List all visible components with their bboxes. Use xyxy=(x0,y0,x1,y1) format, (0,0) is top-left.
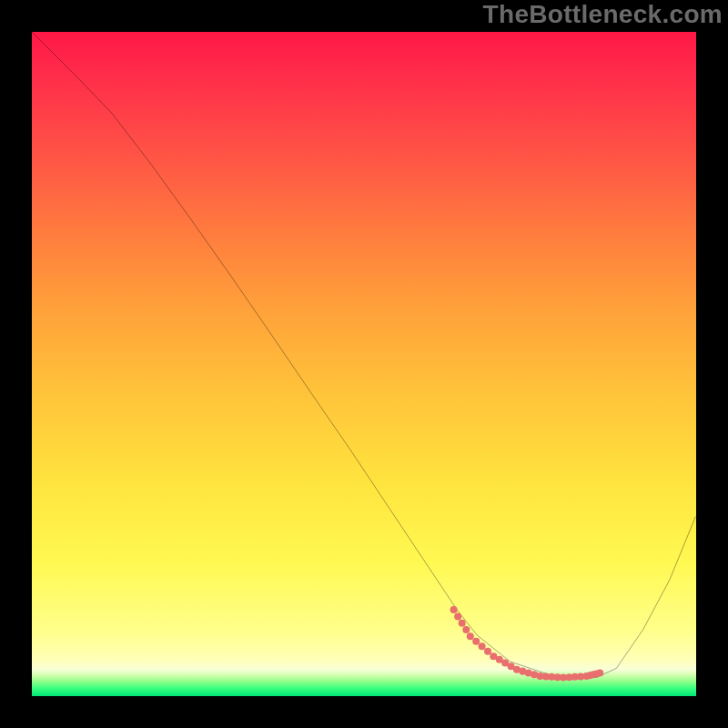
chart-curve-layer xyxy=(32,32,696,696)
chart-frame: TheBottleneck.com xyxy=(0,0,728,728)
svg-point-6 xyxy=(472,638,480,645)
svg-point-29 xyxy=(596,669,603,676)
svg-point-8 xyxy=(484,648,491,655)
plot-area xyxy=(32,32,696,696)
svg-point-1 xyxy=(450,606,458,613)
watermark-text: TheBottleneck.com xyxy=(483,0,723,29)
svg-point-5 xyxy=(467,632,474,640)
svg-point-3 xyxy=(459,620,466,627)
optimal-range-highlight xyxy=(450,606,604,681)
svg-point-4 xyxy=(462,626,470,633)
svg-point-2 xyxy=(454,612,461,620)
svg-point-7 xyxy=(479,642,486,650)
bottleneck-curve xyxy=(32,32,695,678)
